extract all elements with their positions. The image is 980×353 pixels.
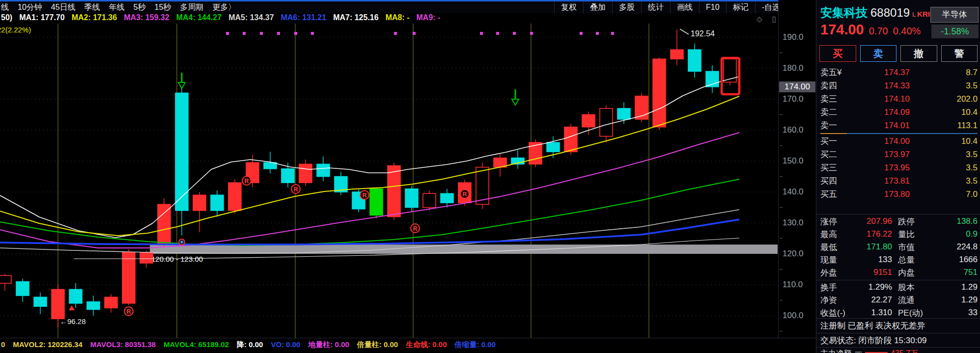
axis-tick-label: 190.0 — [783, 32, 804, 42]
stat-label: 流通 — [892, 295, 925, 306]
ma-value: MA6: 131.21 — [281, 13, 327, 23]
menu-item-年线[interactable]: 年线 — [109, 2, 125, 13]
chart-corner-icons[interactable]: ◇ ▯ — [756, 15, 780, 24]
stat-row: 换手1.29%股本1.29 — [820, 281, 978, 294]
menu-item-复权[interactable]: 复权 — [554, 1, 583, 13]
order-book-row[interactable]: 买四173.813.5 — [820, 174, 978, 188]
order-book-row[interactable]: 买五173.807.0 — [820, 188, 978, 201]
axis-minor-tick — [780, 176, 783, 177]
order-level-label: 卖五¥ — [820, 67, 856, 78]
axis-minor-tick — [780, 114, 783, 115]
r-marker-letter: R — [245, 178, 249, 185]
menu-item-统计[interactable]: 统计 — [641, 1, 670, 13]
menu-item-5秒[interactable]: 5秒 — [134, 2, 146, 13]
stat-label: 外盘 — [820, 267, 849, 278]
vol-indicator-value: MAVOL3: 80351.38 — [90, 340, 156, 351]
menu-item-季线[interactable]: 季线 — [84, 2, 100, 13]
stat-label: 跌停 — [892, 216, 925, 227]
candle-body — [600, 109, 613, 136]
ma-value: MA7: 125.16 — [333, 13, 379, 23]
menu-item-画线[interactable]: 画线 — [670, 1, 699, 13]
candle-body — [688, 50, 701, 71]
menu-item-标记[interactable]: 标记 — [726, 1, 755, 13]
stat-label: 净资 — [820, 295, 849, 306]
price-row: 174.000.700.40% — [820, 22, 921, 38]
stat-row: 净资22.27流通1.29 — [820, 294, 978, 306]
stat-value: 138.6 — [925, 217, 978, 226]
candlestick-chart[interactable]: 120.00 - 123.00RRRRRR192.54←96.28 — [0, 0, 778, 353]
menu-item-更多〉[interactable]: 更多〉 — [212, 2, 236, 13]
trade-button-卖[interactable]: 卖 — [860, 45, 897, 62]
trade-button-撤[interactable]: 撤 — [900, 45, 937, 62]
order-price: 174.10 — [856, 94, 910, 104]
order-volume: 7.0 — [910, 190, 978, 199]
candle-body — [105, 297, 117, 308]
ma-indicator-row: 50)MA1: 177.70MA2: 171.36MA3: 159.32MA4:… — [1, 13, 440, 23]
order-level-label: 买一 — [820, 136, 856, 147]
axis-minor-tick — [780, 331, 783, 331]
trade-buttons: 买卖撤警 — [819, 45, 978, 62]
ma-value: MA9: - — [417, 13, 441, 23]
order-book-row[interactable]: 卖四174.333.5 — [820, 79, 978, 92]
range-label: 22(2.22%) — [0, 26, 31, 34]
vol-indicator-value: MAVOL2: 120226.34 — [13, 340, 82, 351]
signal-dot — [394, 32, 397, 35]
menu-item-多周期[interactable]: 多周期 — [180, 2, 203, 13]
order-book-row[interactable]: 买一174.0010.4 — [820, 135, 978, 148]
signal-dot — [530, 32, 533, 35]
price-change-pct: 0.40% — [893, 26, 921, 36]
order-book-row[interactable]: 卖二174.0910.4 — [820, 106, 978, 119]
top-menu-bar: 线10分钟45日线季线年线5秒15秒多周期更多〉 复权叠加多股统计画线F10标记… — [0, 1, 815, 13]
order-level-label: 买三 — [820, 162, 856, 173]
price-change: 0.70 — [869, 26, 888, 36]
margin-tag: L — [912, 11, 916, 18]
menu-item-10分钟[interactable]: 10分钟 — [18, 2, 42, 13]
order-level-label: 买四 — [820, 175, 856, 187]
trade-button-买[interactable]: 买 — [819, 45, 856, 62]
menu-item-45日线[interactable]: 45日线 — [51, 2, 76, 13]
sell-signal-arrowhead-icon — [178, 82, 185, 88]
candle-body — [69, 289, 82, 303]
signal-dot — [611, 32, 614, 35]
candle-body — [158, 204, 170, 244]
vol-indicator-value: MAVOL4: 65189.02 — [164, 340, 229, 351]
candle-body — [16, 282, 29, 296]
menu-item-线[interactable]: 线 — [1, 2, 9, 13]
order-level-label: 卖三 — [820, 93, 856, 105]
order-book-row[interactable]: 卖五¥174.378.7 — [820, 66, 978, 79]
axis-minor-tick — [780, 53, 783, 53]
main-force-icon[interactable]: ▣ — [855, 349, 862, 353]
order-price: 174.01 — [856, 121, 910, 131]
high-price-annotation: 192.54 — [691, 29, 715, 38]
order-price: 173.80 — [856, 190, 910, 199]
order-level-label: 卖四 — [820, 80, 856, 91]
menu-item-F10[interactable]: F10 — [699, 1, 726, 13]
stat-label: 现量 — [820, 254, 849, 266]
stat-label: 总量 — [892, 254, 925, 266]
axis-tick-label: 100.0 — [783, 311, 804, 321]
order-book-row[interactable]: 买三173.953.5 — [820, 161, 978, 174]
order-volume: 3.5 — [910, 81, 978, 91]
stat-row: 外盘9151内盘751 — [820, 266, 978, 279]
registration-row: 注册制 已盈利 表决权无差异 — [820, 320, 925, 331]
stat-row: 最低171.80市值224.8 — [820, 241, 978, 253]
stock-header: 安集科技688019LKRI000 — [820, 5, 942, 21]
stats-section: 涨停207.96跌停138.6最高176.22量比0.9最低171.80市值22… — [820, 215, 978, 279]
order-book-row[interactable]: 卖三174.10202.0 — [820, 92, 978, 106]
signal-dot — [260, 32, 263, 35]
high-annotation-arrow — [680, 29, 689, 34]
candle-body — [582, 115, 595, 127]
menu-item-多股[interactable]: 多股 — [612, 1, 641, 13]
order-level-label: 卖二 — [820, 107, 856, 118]
menu-item-叠加[interactable]: 叠加 — [583, 1, 612, 13]
menu-item-15秒[interactable]: 15秒 — [155, 2, 171, 13]
trade-button-警[interactable]: 警 — [941, 45, 978, 62]
sector-tag[interactable]: 半导体 — [930, 7, 979, 23]
order-volume: 8.7 — [910, 68, 978, 78]
r-marker-letter: R — [363, 192, 367, 199]
order-price: 173.97 — [856, 150, 910, 160]
order-book-row[interactable]: 买二173.973.5 — [820, 148, 978, 161]
signal-dot — [480, 32, 483, 35]
vol-indicator-value: 倍量柱: 0.00 — [357, 340, 398, 351]
order-book-row[interactable]: 卖一174.01113.1 — [820, 119, 978, 132]
